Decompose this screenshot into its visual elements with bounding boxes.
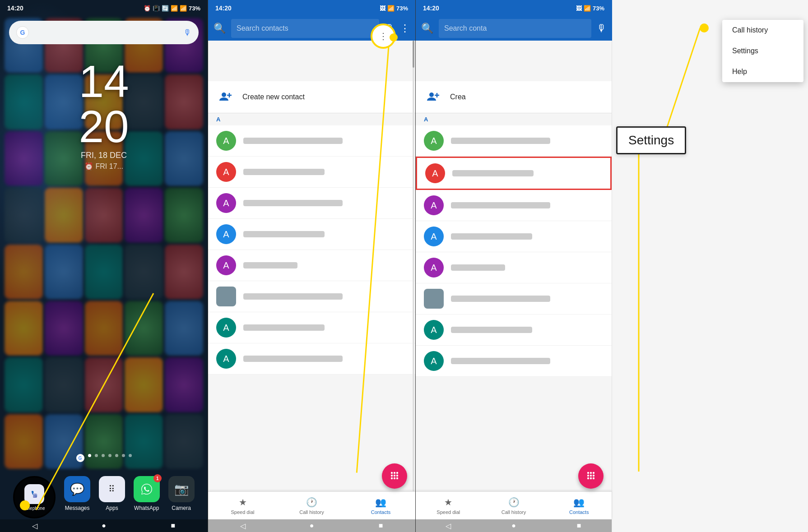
fab-dialpad-3[interactable] — [578, 463, 604, 489]
camera-label: Camera — [172, 505, 191, 511]
dock-item-whatsapp[interactable]: 1 WhatsApp — [134, 476, 160, 518]
contact-name-3-2 — [452, 170, 534, 176]
nav-bar-2: ◁ ● ■ — [208, 519, 415, 532]
scrollbar-2[interactable] — [413, 81, 414, 491]
recents-button[interactable]: ■ — [168, 521, 178, 531]
contact-image-1 — [216, 287, 236, 306]
contact-row-6[interactable]: A — [208, 312, 415, 343]
contact-name-3-1 — [451, 138, 550, 144]
contact-row-img-1[interactable] — [208, 281, 415, 312]
contact-row-3-2[interactable]: A — [416, 157, 612, 190]
recents-button-3[interactable]: ■ — [574, 521, 584, 531]
tab-call-history-3[interactable]: 🕐 Call history — [481, 492, 547, 519]
add-contact-icon — [216, 88, 235, 106]
svg-line-35 — [666, 28, 700, 131]
clock-widget: 14 20 FRI, 18 DEC ⏰ FRI 17... — [0, 59, 208, 171]
google-logo: G — [16, 26, 29, 39]
contact-row-3[interactable]: A — [208, 188, 415, 219]
search-icon-2[interactable]: 🔍 — [214, 23, 226, 34]
back-button[interactable]: ◁ — [30, 521, 40, 531]
back-button-3[interactable]: ◁ — [443, 521, 453, 531]
dropdown-menu: Call history Settings Help — [722, 20, 803, 82]
screen2-contacts: 14:20 🖼 📶 73% 🔍 Search contacts 🎙 ⋮ — [208, 0, 415, 532]
avatar-5: A — [216, 255, 236, 275]
dock-item-messages[interactable]: 💬 Messages — [64, 476, 90, 518]
search-bar-2[interactable]: Search contacts — [231, 19, 379, 38]
tab-speed-dial-2[interactable]: ★ Speed dial — [208, 492, 277, 519]
contact-row-3-5[interactable]: A — [416, 252, 612, 283]
contact-row-3-1[interactable]: A — [416, 125, 612, 157]
contact-row-img-3[interactable] — [416, 283, 612, 315]
home-button[interactable]: ● — [99, 521, 109, 531]
alarm-icon: ⏰ — [144, 5, 151, 12]
bottom-tabs-2: ★ Speed dial 🕐 Call history 👥 Contacts — [208, 491, 415, 519]
status-bar-3: 14:20 🖼 📶 73% — [416, 0, 612, 16]
contact-row-3-4[interactable]: A — [416, 221, 612, 252]
call-history-label: Call history — [299, 509, 324, 515]
home-button-2[interactable]: ● — [307, 521, 317, 531]
screen1-home: 14:20 ⏰ 📳 🔄 📶 📶 73% G 🎙 14 20 FRI, 18 DE… — [0, 0, 208, 532]
menu-item-help[interactable]: Help — [722, 61, 803, 82]
speed-dial-icon: ★ — [239, 497, 247, 508]
dock: Telephone 💬 Messages ⠿ Apps — [0, 476, 208, 518]
svg-point-34 — [593, 477, 594, 479]
contacts-icon: 👥 — [375, 497, 386, 508]
contact-name-blur-1 — [243, 138, 343, 144]
clock-date: FRI, 18 DEC — [0, 151, 208, 160]
page-dot-6 — [122, 454, 125, 457]
status-time: 14:20 — [7, 5, 23, 12]
contact-row-1[interactable]: A — [208, 125, 415, 157]
contact-row-7[interactable]: A — [208, 343, 415, 375]
svg-point-15 — [396, 472, 398, 474]
google-dot: G — [76, 454, 84, 462]
contacts-list-3: Crea A A A A A — [416, 81, 612, 377]
contact-row-3-6[interactable]: A — [416, 315, 612, 346]
create-contact-row-3[interactable]: Crea — [416, 81, 612, 113]
svg-point-3 — [34, 494, 35, 495]
speed-dial-label: Speed dial — [231, 509, 255, 515]
dock-item-camera[interactable]: 📷 Camera — [168, 476, 195, 518]
menu-item-settings[interactable]: Settings — [722, 41, 803, 61]
search-bar-3[interactable]: Search conta — [439, 19, 591, 38]
section-a-3: A — [416, 113, 612, 125]
home-button-3[interactable]: ● — [509, 521, 519, 531]
status-bar: 14:20 ⏰ 📳 🔄 📶 📶 73% — [0, 0, 208, 16]
avatar-3: A — [216, 193, 236, 213]
svg-point-13 — [391, 472, 393, 474]
back-button-2[interactable]: ◁ — [238, 521, 248, 531]
contact-name-blur-3 — [243, 200, 343, 206]
contacts-list: Create new contact A A A A A A — [208, 81, 415, 375]
status-time-2: 14:20 — [215, 5, 232, 12]
contact-row-3-3[interactable]: A — [416, 190, 612, 221]
recents-button-2[interactable]: ■ — [376, 521, 386, 531]
more-icon-2[interactable]: ⋮ — [400, 23, 410, 34]
avatar-3-6: A — [424, 320, 444, 340]
contact-row-4[interactable]: A — [208, 219, 415, 250]
menu-item-call-history[interactable]: Call history — [722, 20, 803, 41]
search-icon-3[interactable]: 🔍 — [421, 23, 433, 34]
dock-item-apps[interactable]: ⠿ Apps — [99, 476, 125, 518]
mic-icon-3[interactable]: 🎙 — [597, 23, 607, 34]
create-contact-label-3: Crea — [450, 93, 466, 101]
svg-point-18 — [396, 475, 398, 476]
contacts-content-3: Crea A A A A A — [416, 81, 612, 532]
contact-row-3-7[interactable]: A — [416, 346, 612, 377]
contact-row-2[interactable]: A — [208, 157, 415, 188]
create-contact-row[interactable]: Create new contact — [208, 81, 415, 113]
contact-row-5[interactable]: A — [208, 250, 415, 281]
tab-contacts-3[interactable]: 👥 Contacts — [546, 492, 612, 519]
google-search-bar[interactable]: G 🎙 — [9, 21, 199, 44]
speed-dial-icon-3: ★ — [444, 497, 452, 508]
contact-name-blur-4 — [243, 231, 325, 237]
svg-point-4 — [36, 494, 37, 495]
fab-dialpad[interactable] — [382, 463, 407, 489]
tab-call-history-2[interactable]: 🕐 Call history — [277, 492, 346, 519]
svg-point-20 — [394, 477, 395, 479]
messages-label: Messages — [65, 505, 90, 511]
screen3-right-half: Call history Settings Help Settings — [612, 0, 808, 532]
tab-speed-dial-3[interactable]: ★ Speed dial — [416, 492, 481, 519]
mic-icon[interactable]: 🎙 — [183, 28, 191, 37]
tab-contacts-2[interactable]: 👥 Contacts — [346, 492, 415, 519]
contacts-content: Create new contact A A A A A A — [208, 81, 415, 532]
dock-item-telephone[interactable]: Telephone — [13, 476, 56, 518]
